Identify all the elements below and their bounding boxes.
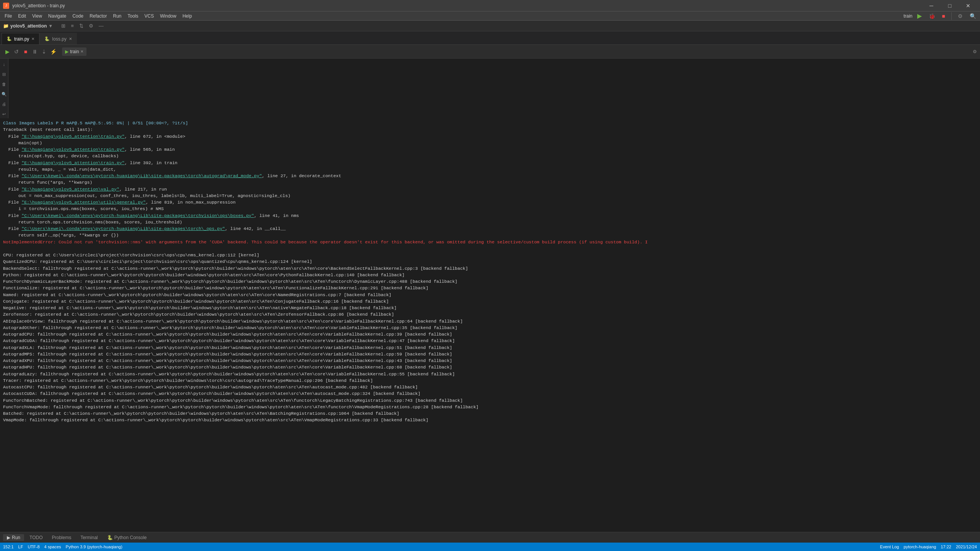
toolbar-btn-1[interactable]: ⊞ bbox=[59, 22, 68, 29]
reg-cpu: CPU: registered at C:\Users\circleci\pro… bbox=[3, 252, 977, 258]
reg-autogradmps: AutogradMPS: fallthrough registered at C… bbox=[3, 351, 977, 357]
py-icon-loss: 🐍 bbox=[44, 36, 50, 41]
editor-toolbar: ⊞ ≡ ⇅ ⚙ — bbox=[59, 22, 106, 29]
bottom-tab-run[interactable]: ▶ Run bbox=[3, 534, 24, 541]
rerun-button[interactable]: ↺ bbox=[12, 47, 21, 56]
pause-button[interactable]: ⏸ bbox=[31, 47, 39, 56]
output-traceback-header: Traceback (most recent call last): bbox=[3, 126, 977, 133]
output-code-4: return func(*args, **kwargs) bbox=[3, 179, 977, 186]
run-stop-button[interactable]: ■ bbox=[21, 47, 30, 56]
reg-functionalize: Functionalize: registered at C:\actions-… bbox=[3, 285, 977, 291]
menu-run[interactable]: Run bbox=[110, 11, 124, 21]
reg-named: Named: registered at C:\actions-runner\_… bbox=[3, 292, 977, 298]
run-tab-close[interactable]: ✕ bbox=[80, 49, 83, 54]
toolbar-btn-3[interactable]: ⇅ bbox=[77, 22, 86, 29]
title-bar: J yolov5_attention - train.py ─ □ ✕ bbox=[0, 0, 980, 11]
settings-toolbar-button[interactable]: ⚙ bbox=[956, 12, 965, 20]
menu-code[interactable]: Code bbox=[69, 11, 87, 21]
output-file-5: File "E:\huaqiang\yolov5_attention\val.p… bbox=[3, 186, 977, 192]
filter-btn[interactable]: 🔍 bbox=[0, 90, 8, 98]
menu-tools[interactable]: Tools bbox=[124, 11, 141, 21]
project-dropdown-icon[interactable]: ▼ bbox=[48, 23, 53, 29]
status-time: 17:22 bbox=[941, 544, 951, 549]
run-play-button[interactable]: ▶ bbox=[3, 47, 11, 56]
toolbar-btn-2[interactable]: ≡ bbox=[69, 22, 76, 29]
menu-navigate[interactable]: Navigate bbox=[45, 11, 69, 21]
output-code-3: results, maps, _ = val.run(data_dict, bbox=[3, 166, 977, 173]
bottom-tab-python-console[interactable]: 🐍 Python Console bbox=[103, 534, 151, 541]
status-lf: LF bbox=[18, 544, 23, 549]
reg-python: Python: registered at C:\actions-runner\… bbox=[3, 272, 977, 278]
run-button[interactable]: ▶ bbox=[915, 11, 924, 20]
scroll-to-end-btn[interactable]: ↓ bbox=[0, 60, 8, 68]
link-train-672[interactable]: "E:\huaqiang\yolov5_attention\train.py" bbox=[21, 134, 124, 139]
menu-window[interactable]: Window bbox=[157, 11, 180, 21]
output-code-1: main(opt) bbox=[3, 140, 977, 146]
toolbar-btn-4[interactable]: ⚙ bbox=[87, 22, 96, 29]
output-header: Class Images Labels P R mAP@.5 mAP@.5:.9… bbox=[3, 120, 977, 126]
tab-close-train[interactable]: ✕ bbox=[31, 37, 34, 41]
wrap-btn[interactable]: ↩ bbox=[0, 110, 8, 118]
menu-edit[interactable]: Edit bbox=[15, 11, 29, 21]
maximize-button[interactable]: □ bbox=[941, 0, 959, 11]
reg-zerotensor: ZeroTensor: registered at C:\actions-run… bbox=[3, 311, 977, 318]
status-left: 152:1 LF UTF-8 4 spaces Python 3.9 (pyto… bbox=[3, 544, 122, 549]
dump-threads-button[interactable]: ⚡ bbox=[49, 47, 57, 56]
menu-refactor[interactable]: Refactor bbox=[87, 11, 110, 21]
run-config: train ▶ 🐞 ■ ⚙ 🔍 bbox=[903, 11, 978, 20]
step-button[interactable]: ⇣ bbox=[40, 47, 48, 56]
bottom-tab-terminal[interactable]: Terminal bbox=[77, 534, 101, 541]
reg-negative: Negative: registered at C:\actions-runne… bbox=[3, 305, 977, 311]
run-tab-train[interactable]: ▶ train ✕ bbox=[62, 47, 87, 56]
terminal-area[interactable]: ↓ ⊟ 🗑 🔍 🖨 ↩ Class Images Labels P R mAP@… bbox=[0, 59, 980, 532]
output-file-7: File "C:\Users\kewei\.conda\envs\pytorch… bbox=[3, 212, 977, 219]
reg-vmapmode: VmapMode: fallthrough registered at C:\a… bbox=[3, 417, 977, 423]
title-bar-left: J yolov5_attention - train.py bbox=[3, 3, 65, 9]
fold-btn[interactable]: ⊟ bbox=[0, 70, 8, 78]
search-toolbar-button[interactable]: 🔍 bbox=[967, 12, 978, 20]
tab-close-loss[interactable]: ✕ bbox=[69, 37, 72, 41]
menu-file[interactable]: File bbox=[2, 11, 15, 21]
todo-tab-text: TODO bbox=[29, 535, 42, 540]
event-log[interactable]: Event Log bbox=[880, 544, 899, 549]
project-name: yolov5_attention bbox=[10, 23, 47, 29]
settings-icon[interactable]: ⚙ bbox=[973, 49, 977, 54]
stop-button[interactable]: ■ bbox=[940, 12, 947, 20]
toolbar-btn-5[interactable]: — bbox=[96, 22, 106, 29]
tab-loss-py[interactable]: 🐍 loss.py ✕ bbox=[39, 33, 77, 44]
reg-functorchdynamic: FuncTorchDynamicLayerBackMode: registere… bbox=[3, 278, 977, 285]
status-right: Event Log pytorch-huaqiang 17:22 2021/12… bbox=[880, 544, 977, 549]
status-env: pytorch-huaqiang bbox=[903, 544, 936, 549]
link-general[interactable]: "E:\huaqiang\yolov5_attention\utils\gene… bbox=[21, 200, 145, 205]
link-train-392[interactable]: "E:\huaqiang\yolov5_attention\train.py" bbox=[21, 160, 124, 165]
bottom-tab-todo[interactable]: TODO bbox=[26, 534, 46, 541]
reg-autocastcpu: AutocastCPU: fallthrough registered at C… bbox=[3, 384, 977, 390]
output-file-6: File "E:\huaqiang\yolov5_attention\utils… bbox=[3, 199, 977, 205]
tab-train-py[interactable]: 🐍 train.py ✕ bbox=[2, 33, 39, 44]
close-button[interactable]: ✕ bbox=[959, 0, 977, 11]
reg-autogradhpu: AutogradHPU: fallthrough registered at C… bbox=[3, 364, 977, 370]
link-grad-mode[interactable]: "C:\Users\kewei\.conda\envs\pytorch-huaq… bbox=[21, 173, 262, 178]
menu-help[interactable]: Help bbox=[180, 11, 195, 21]
output-file-2: File "E:\huaqiang\yolov5_attention\train… bbox=[3, 146, 977, 153]
menu-view[interactable]: View bbox=[29, 11, 45, 21]
menu-vcs[interactable]: VCS bbox=[141, 11, 157, 21]
debug-button[interactable]: 🐞 bbox=[926, 12, 938, 20]
bottom-tab-problems[interactable]: Problems bbox=[48, 534, 75, 541]
link-boxes[interactable]: "C:\Users\kewei\.conda\envs\pytorch-huaq… bbox=[21, 213, 254, 218]
print-btn[interactable]: 🖨 bbox=[0, 100, 8, 108]
output-file-3: File "E:\huaqiang\yolov5_attention\train… bbox=[3, 160, 977, 166]
reg-tracer: Tracer: registered at C:\actions-runner\… bbox=[3, 377, 977, 384]
link-val[interactable]: "E:\huaqiang\yolov5_attention\val.py" bbox=[21, 187, 119, 192]
output-code-7: return torch.ops.torchvision.nms(boxes, … bbox=[3, 219, 977, 225]
output-action-bar: ↓ ⊟ 🗑 🔍 🖨 ↩ bbox=[0, 59, 8, 118]
python-icon: 🐍 bbox=[107, 535, 113, 540]
output-code-2: train(opt.hyp, opt, device, callbacks) bbox=[3, 153, 977, 159]
minimize-button[interactable]: ─ bbox=[923, 0, 940, 11]
link-train-565[interactable]: "E:\huaqiang\yolov5_attention\train.py" bbox=[21, 147, 124, 152]
project-bar: 📁 yolov5_attention ▼ ⊞ ≡ ⇅ ⚙ — bbox=[0, 21, 980, 31]
output-blank-1 bbox=[3, 245, 977, 252]
reg-autogradcpu: AutogradCPU: fallthrough registered at C… bbox=[3, 331, 977, 337]
clear-btn[interactable]: 🗑 bbox=[0, 80, 8, 88]
link-ops[interactable]: "C:\Users\kewei\.conda\envs\pytorch-huaq… bbox=[21, 226, 225, 231]
